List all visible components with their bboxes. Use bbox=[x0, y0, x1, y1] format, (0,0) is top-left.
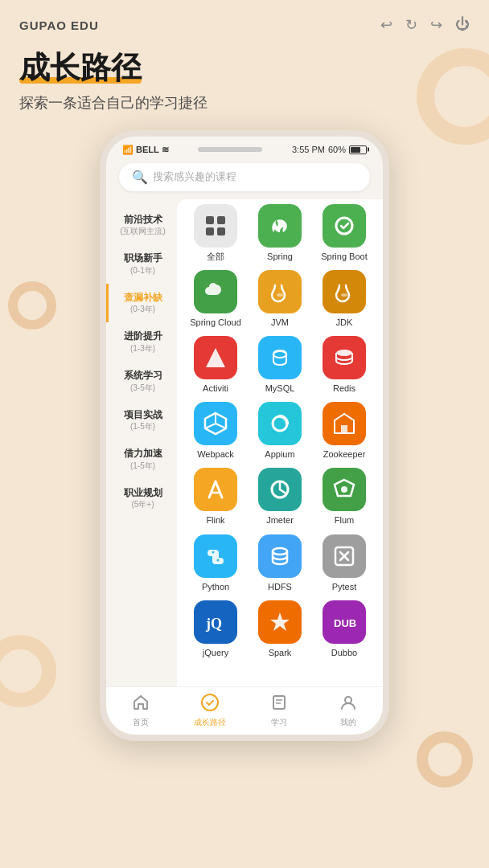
course-icon bbox=[323, 270, 366, 313]
refresh-icon[interactable]: ↻ bbox=[405, 16, 417, 34]
course-item-webpack[interactable]: Webpack bbox=[187, 402, 244, 460]
svg-rect-2 bbox=[206, 227, 214, 235]
svg-rect-28 bbox=[273, 696, 285, 709]
nav-icon-学习 bbox=[270, 694, 288, 715]
course-row-1: Spring Cloud JVM JDK bbox=[183, 270, 376, 328]
hero-subtitle: 探索一条适合自己的学习捷径 bbox=[19, 93, 470, 113]
course-item-hdfs[interactable]: HDFS bbox=[251, 534, 309, 592]
course-icon: DUBBO bbox=[323, 600, 366, 644]
course-row-3: Webpack Appium Zookeeper bbox=[183, 402, 376, 460]
course-item-flum[interactable]: Flum bbox=[315, 468, 373, 526]
signin-icon[interactable]: ↩ bbox=[380, 16, 392, 34]
nav-label-我的: 我的 bbox=[340, 717, 356, 728]
course-icon bbox=[194, 402, 237, 445]
svg-text:DUBBO: DUBBO bbox=[334, 617, 357, 629]
search-bar[interactable]: 🔍 搜索感兴趣的课程 bbox=[119, 163, 370, 191]
sidebar-item-1[interactable]: 职场新手 (0-1年) bbox=[106, 244, 177, 284]
svg-line-13 bbox=[205, 424, 216, 428]
course-icon bbox=[194, 204, 237, 248]
course-item-appium[interactable]: Appium bbox=[251, 402, 309, 460]
phone-mockup: 📶 BELL ≋ 3:55 PM 60% 🔍 搜索感兴趣的课程 前沿技术 (互联… bbox=[0, 130, 489, 741]
nav-item-学习[interactable]: 学习 bbox=[244, 687, 314, 735]
bg-decoration-3 bbox=[417, 731, 473, 788]
sidebar-item-4[interactable]: 系统学习 (3-5年) bbox=[106, 362, 177, 401]
sidebar-item-3[interactable]: 进阶提升 (1-3年) bbox=[106, 322, 177, 362]
course-item-mysql[interactable]: MySQL bbox=[251, 336, 309, 394]
sidebar-item-0[interactable]: 前沿技术 (互联网主流) bbox=[106, 206, 177, 245]
sidebar-label: 职业规划 bbox=[117, 487, 169, 500]
course-label: Zookeeper bbox=[323, 449, 366, 460]
sidebar-item-6[interactable]: 借力加速 (1-5年) bbox=[106, 440, 177, 479]
sidebar-item-2[interactable]: 查漏补缺 (0-3年) bbox=[106, 284, 177, 323]
svg-point-9 bbox=[336, 350, 352, 356]
battery-percent: 60% bbox=[328, 145, 346, 154]
course-label: Spark bbox=[269, 648, 292, 658]
course-item-pytest[interactable]: Pytest bbox=[315, 534, 373, 592]
course-label: Jmeter bbox=[266, 515, 294, 526]
course-icon bbox=[323, 402, 366, 445]
share-icon[interactable]: ↪ bbox=[430, 16, 442, 34]
svg-point-8 bbox=[273, 351, 286, 358]
course-label: Flum bbox=[335, 515, 354, 526]
nav-label-学习: 学习 bbox=[271, 717, 287, 728]
course-item-jdk[interactable]: JDK bbox=[315, 270, 373, 328]
svg-rect-3 bbox=[217, 227, 225, 235]
nav-icon-我的 bbox=[339, 694, 357, 715]
power-icon[interactable]: ⏻ bbox=[455, 16, 470, 34]
course-item-spark[interactable]: Spark bbox=[251, 600, 309, 658]
sidebar-label: 借力加速 bbox=[117, 448, 169, 461]
course-icon bbox=[194, 270, 237, 313]
course-row-5: Python HDFS Pytest bbox=[183, 534, 376, 592]
svg-point-27 bbox=[202, 694, 218, 710]
nav-label-首页: 首页 bbox=[133, 717, 149, 728]
search-placeholder: 搜索感兴趣的课程 bbox=[153, 170, 236, 184]
svg-text:jQ: jQ bbox=[205, 616, 222, 632]
course-item-jquery[interactable]: jQ jQuery bbox=[187, 600, 244, 658]
course-icon bbox=[258, 204, 302, 248]
course-grid: 全部 Spring Spring Boot Spring Cloud JVM J… bbox=[177, 199, 383, 693]
course-icon bbox=[258, 402, 302, 445]
course-item-spring-cloud[interactable]: Spring Cloud bbox=[187, 270, 244, 328]
course-item-flink[interactable]: Flink bbox=[187, 468, 244, 526]
course-item-redis[interactable]: Redis bbox=[315, 336, 373, 394]
sidebar: 前沿技术 (互联网主流) 职场新手 (0-1年) 查漏补缺 (0-3年) 进阶提… bbox=[106, 199, 177, 693]
sidebar-item-5[interactable]: 项目实战 (1-5年) bbox=[106, 401, 177, 440]
svg-rect-1 bbox=[217, 216, 225, 224]
hero-section: 成长路径 探索一条适合自己的学习捷径 bbox=[0, 42, 489, 125]
svg-point-19 bbox=[212, 551, 215, 553]
sidebar-label: 项目实战 bbox=[117, 409, 169, 422]
search-icon: 🔍 bbox=[132, 170, 148, 185]
course-item-zookeeper[interactable]: Zookeeper bbox=[315, 402, 373, 460]
course-item-jvm[interactable]: JVM bbox=[251, 270, 309, 328]
svg-point-4 bbox=[336, 218, 352, 234]
nav-item-成长路径[interactable]: 成长路径 bbox=[175, 687, 244, 735]
svg-rect-15 bbox=[341, 425, 347, 433]
course-label: Redis bbox=[333, 383, 355, 394]
sidebar-label: 系统学习 bbox=[117, 370, 169, 383]
course-item-dubbo[interactable]: DUBBO Dubbo bbox=[315, 600, 373, 658]
svg-point-6 bbox=[341, 293, 347, 297]
course-label: MySQL bbox=[265, 383, 295, 394]
course-item-activiti[interactable]: Activiti bbox=[187, 336, 244, 394]
signal-status: 📶 BELL ≋ bbox=[122, 145, 169, 155]
course-icon bbox=[258, 468, 302, 511]
bg-decoration-4 bbox=[8, 281, 56, 330]
nav-item-首页[interactable]: 首页 bbox=[106, 687, 175, 735]
course-icon bbox=[258, 336, 302, 379]
course-label: Appium bbox=[265, 449, 294, 460]
course-label: JVM bbox=[271, 317, 289, 328]
course-item-spring[interactable]: Spring bbox=[251, 204, 309, 262]
course-label: Spring bbox=[267, 252, 293, 262]
nav-icon-成长路径 bbox=[201, 694, 219, 715]
sidebar-item-7[interactable]: 职业规划 (5年+) bbox=[106, 479, 177, 518]
course-item-python[interactable]: Python bbox=[187, 534, 244, 592]
course-label: HDFS bbox=[268, 582, 292, 592]
course-item-全部[interactable]: 全部 bbox=[187, 204, 244, 262]
course-item-jmeter[interactable]: Jmeter bbox=[251, 468, 309, 526]
course-label: Flink bbox=[206, 515, 224, 526]
course-row-4: Flink Jmeter Flum bbox=[183, 468, 376, 526]
course-item-spring-boot[interactable]: Spring Boot bbox=[315, 204, 373, 262]
nav-item-我的[interactable]: 我的 bbox=[314, 687, 383, 735]
course-icon bbox=[323, 468, 366, 511]
course-icon bbox=[323, 336, 366, 379]
